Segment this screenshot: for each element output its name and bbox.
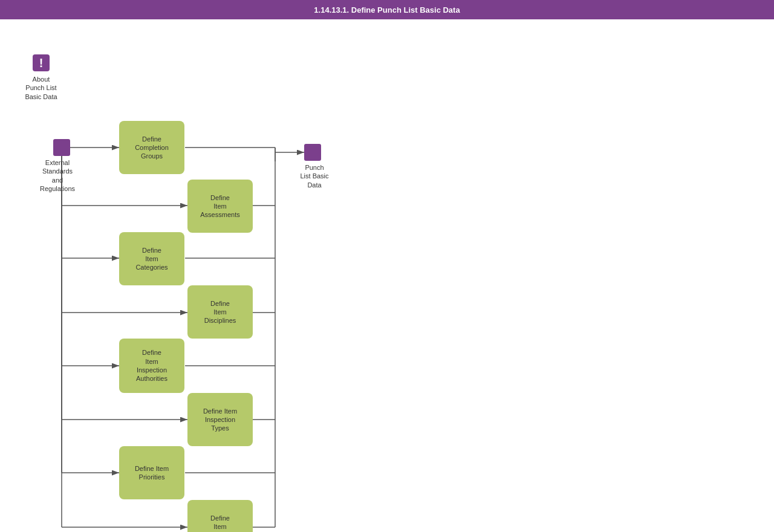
define-item-inspection-authorities-box[interactable]: DefineItemInspectionAuthorities	[119, 339, 184, 393]
define-item-inspection-types-box[interactable]: Define ItemInspectionTypes	[187, 393, 253, 446]
define-item-disciplines-box[interactable]: DefineItemDisciplines	[187, 285, 253, 339]
define-item-disciplines-label: DefineItemDisciplines	[204, 299, 236, 325]
header-title: 1.14.13.1. Define Punch List Basic Data	[314, 5, 460, 15]
define-item-severities-box[interactable]: DefineItemSeverities	[187, 500, 253, 532]
define-item-priorities-label: Define ItemPriorities	[135, 464, 169, 482]
exclamation-icon: !	[33, 54, 50, 71]
diagram-area: ! AboutPunch ListBasic Data	[0, 19, 774, 532]
define-item-categories-box[interactable]: DefineItemCategories	[119, 232, 184, 285]
define-item-inspection-authorities-label: DefineItemInspectionAuthorities	[136, 348, 167, 383]
about-label: AboutPunch ListBasic Data	[25, 75, 57, 101]
define-item-inspection-types-label: Define ItemInspectionTypes	[203, 407, 237, 433]
define-item-priorities-box[interactable]: Define ItemPriorities	[119, 446, 184, 499]
define-item-severities-label: DefineItemSeverities	[206, 514, 235, 532]
define-item-assessments-box[interactable]: DefineItemAssessments	[187, 180, 253, 233]
external-standards-label: ExternalStandardsandRegulations	[33, 158, 82, 193]
punch-list-basic-data-node[interactable]	[304, 144, 321, 161]
punch-list-basic-data-label: PunchList BasicData	[296, 163, 333, 189]
define-completion-groups-box[interactable]: DefineCompletionGroups	[119, 121, 184, 174]
page-header: 1.14.13.1. Define Punch List Basic Data	[0, 0, 774, 19]
define-item-categories-label: DefineItemCategories	[135, 246, 167, 272]
about-punch-list-basic-data[interactable]: ! AboutPunch ListBasic Data	[17, 54, 65, 101]
define-item-assessments-label: DefineItemAssessments	[200, 193, 239, 219]
external-standards-node[interactable]	[53, 139, 70, 156]
define-completion-groups-label: DefineCompletionGroups	[135, 135, 169, 161]
